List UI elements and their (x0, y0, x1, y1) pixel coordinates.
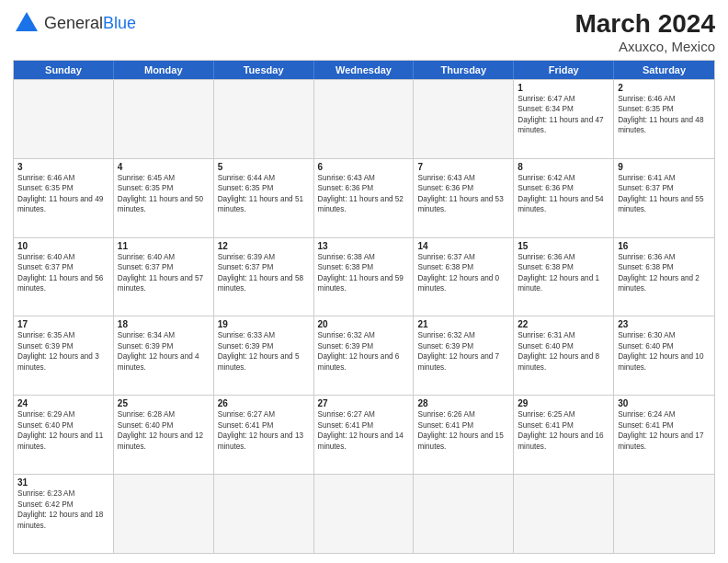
calendar-header-cell: Friday (514, 61, 614, 79)
sun-info: Sunrise: 6:29 AMSunset: 6:40 PMDaylight:… (17, 409, 109, 452)
calendar-body: 1Sunrise: 6:47 AMSunset: 6:34 PMDaylight… (14, 79, 714, 553)
calendar-row: 24Sunrise: 6:29 AMSunset: 6:40 PMDayligh… (14, 395, 714, 474)
sun-info: Sunrise: 6:26 AMSunset: 6:41 PMDaylight:… (417, 409, 509, 452)
calendar-row: 3Sunrise: 6:46 AMSunset: 6:35 PMDaylight… (14, 158, 714, 237)
sun-info: Sunrise: 6:31 AMSunset: 6:40 PMDaylight:… (518, 330, 609, 373)
calendar-cell (314, 80, 415, 158)
header: GeneralBlue March 2024 Axuxco, Mexico (13, 9, 715, 54)
calendar-header-cell: Wednesday (314, 61, 415, 79)
sun-info: Sunrise: 6:27 AMSunset: 6:41 PMDaylight:… (218, 409, 310, 452)
calendar-cell: 9Sunrise: 6:41 AMSunset: 6:37 PMDaylight… (614, 159, 714, 237)
calendar-cell: 25Sunrise: 6:28 AMSunset: 6:40 PMDayligh… (114, 396, 214, 474)
day-number: 29 (518, 398, 609, 408)
sun-info: Sunrise: 6:47 AMSunset: 6:34 PMDaylight:… (518, 94, 609, 136)
sun-info: Sunrise: 6:43 AMSunset: 6:36 PMDaylight:… (318, 173, 410, 215)
day-number: 1 (518, 83, 609, 93)
sun-info: Sunrise: 6:24 AMSunset: 6:41 PMDaylight:… (618, 409, 711, 452)
calendar-cell: 17Sunrise: 6:35 AMSunset: 6:39 PMDayligh… (14, 316, 114, 395)
sun-info: Sunrise: 6:36 AMSunset: 6:38 PMDaylight:… (518, 252, 609, 294)
day-number: 24 (17, 398, 109, 408)
calendar-cell: 1Sunrise: 6:47 AMSunset: 6:34 PMDaylight… (514, 80, 614, 158)
sun-info: Sunrise: 6:33 AMSunset: 6:39 PMDaylight:… (218, 330, 310, 373)
day-number: 5 (218, 162, 310, 172)
calendar: SundayMondayTuesdayWednesdayThursdayFrid… (13, 60, 715, 554)
calendar-cell: 4Sunrise: 6:45 AMSunset: 6:35 PMDaylight… (114, 159, 214, 237)
day-number: 20 (318, 319, 410, 329)
sun-info: Sunrise: 6:35 AMSunset: 6:39 PMDaylight:… (17, 330, 109, 373)
calendar-cell: 3Sunrise: 6:46 AMSunset: 6:35 PMDaylight… (14, 159, 114, 237)
day-number: 25 (118, 398, 210, 408)
sun-info: Sunrise: 6:46 AMSunset: 6:35 PMDaylight:… (618, 94, 711, 136)
calendar-cell (314, 475, 415, 553)
calendar-cell (214, 475, 314, 553)
day-number: 10 (17, 241, 109, 251)
calendar-header-cell: Thursday (414, 61, 514, 79)
day-number: 14 (417, 241, 509, 251)
title-block: March 2024 Axuxco, Mexico (574, 9, 715, 54)
calendar-cell: 23Sunrise: 6:30 AMSunset: 6:40 PMDayligh… (614, 316, 714, 395)
calendar-cell: 15Sunrise: 6:36 AMSunset: 6:38 PMDayligh… (514, 238, 614, 316)
calendar-cell (614, 475, 714, 553)
calendar-header-cell: Tuesday (214, 61, 314, 79)
calendar-cell (414, 475, 514, 553)
calendar-cell (114, 475, 214, 553)
sun-info: Sunrise: 6:36 AMSunset: 6:38 PMDaylight:… (618, 252, 711, 294)
calendar-cell: 20Sunrise: 6:32 AMSunset: 6:39 PMDayligh… (314, 316, 415, 395)
sun-info: Sunrise: 6:27 AMSunset: 6:41 PMDaylight:… (318, 409, 410, 452)
day-number: 8 (518, 162, 609, 172)
logo: GeneralBlue (13, 9, 136, 37)
sun-info: Sunrise: 6:46 AMSunset: 6:35 PMDaylight:… (17, 173, 109, 215)
day-number: 17 (17, 319, 109, 329)
calendar-title: March 2024 (574, 9, 715, 39)
calendar-row: 10Sunrise: 6:40 AMSunset: 6:37 PMDayligh… (14, 237, 714, 316)
calendar-cell (414, 80, 514, 158)
day-number: 9 (618, 162, 711, 172)
calendar-cell: 31Sunrise: 6:23 AMSunset: 6:42 PMDayligh… (14, 475, 114, 553)
sun-info: Sunrise: 6:40 AMSunset: 6:37 PMDaylight:… (17, 252, 109, 294)
calendar-header-cell: Sunday (14, 61, 114, 79)
calendar-cell (14, 80, 114, 158)
sun-info: Sunrise: 6:32 AMSunset: 6:39 PMDaylight:… (417, 330, 509, 373)
day-number: 4 (118, 162, 210, 172)
calendar-cell (214, 80, 314, 158)
sun-info: Sunrise: 6:45 AMSunset: 6:35 PMDaylight:… (118, 173, 210, 215)
calendar-cell: 13Sunrise: 6:38 AMSunset: 6:38 PMDayligh… (314, 238, 415, 316)
calendar-row: 1Sunrise: 6:47 AMSunset: 6:34 PMDaylight… (14, 79, 714, 158)
calendar-header-cell: Monday (114, 61, 214, 79)
day-number: 22 (518, 319, 609, 329)
logo-blue: Blue (103, 14, 136, 32)
logo-general: General (44, 14, 103, 32)
calendar-cell: 21Sunrise: 6:32 AMSunset: 6:39 PMDayligh… (414, 316, 514, 395)
calendar-cell: 12Sunrise: 6:39 AMSunset: 6:37 PMDayligh… (214, 238, 314, 316)
day-number: 31 (17, 477, 109, 488)
calendar-cell: 2Sunrise: 6:46 AMSunset: 6:35 PMDaylight… (614, 80, 714, 158)
calendar-header-row: SundayMondayTuesdayWednesdayThursdayFrid… (14, 61, 714, 79)
sun-info: Sunrise: 6:39 AMSunset: 6:37 PMDaylight:… (218, 252, 310, 294)
calendar-cell: 6Sunrise: 6:43 AMSunset: 6:36 PMDaylight… (314, 159, 415, 237)
calendar-cell (514, 475, 614, 553)
calendar-subtitle: Axuxco, Mexico (574, 39, 715, 54)
calendar-cell: 28Sunrise: 6:26 AMSunset: 6:41 PMDayligh… (414, 396, 514, 474)
sun-info: Sunrise: 6:34 AMSunset: 6:39 PMDaylight:… (118, 330, 210, 373)
calendar-cell: 16Sunrise: 6:36 AMSunset: 6:38 PMDayligh… (614, 238, 714, 316)
sun-info: Sunrise: 6:38 AMSunset: 6:38 PMDaylight:… (318, 252, 410, 294)
calendar-cell: 24Sunrise: 6:29 AMSunset: 6:40 PMDayligh… (14, 396, 114, 474)
sun-info: Sunrise: 6:25 AMSunset: 6:41 PMDaylight:… (518, 409, 609, 452)
day-number: 11 (118, 241, 210, 251)
logo-icon (13, 9, 40, 37)
day-number: 12 (218, 241, 310, 251)
day-number: 2 (618, 83, 711, 93)
page: GeneralBlue March 2024 Axuxco, Mexico Su… (0, 0, 728, 563)
sun-info: Sunrise: 6:37 AMSunset: 6:38 PMDaylight:… (417, 252, 509, 294)
calendar-cell: 5Sunrise: 6:44 AMSunset: 6:35 PMDaylight… (214, 159, 314, 237)
calendar-cell: 10Sunrise: 6:40 AMSunset: 6:37 PMDayligh… (14, 238, 114, 316)
day-number: 21 (417, 319, 509, 329)
day-number: 19 (218, 319, 310, 329)
sun-info: Sunrise: 6:40 AMSunset: 6:37 PMDaylight:… (118, 252, 210, 294)
sun-info: Sunrise: 6:43 AMSunset: 6:36 PMDaylight:… (417, 173, 509, 215)
calendar-cell: 29Sunrise: 6:25 AMSunset: 6:41 PMDayligh… (514, 396, 614, 474)
calendar-cell: 18Sunrise: 6:34 AMSunset: 6:39 PMDayligh… (114, 316, 214, 395)
day-number: 6 (318, 162, 410, 172)
sun-info: Sunrise: 6:23 AMSunset: 6:42 PMDaylight:… (17, 488, 109, 531)
day-number: 15 (518, 241, 609, 251)
